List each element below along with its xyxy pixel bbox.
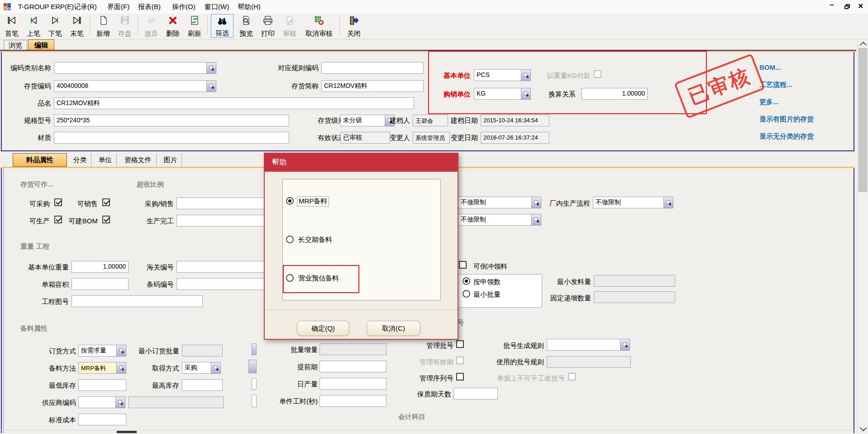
subtab-image[interactable]: 图片 (159, 153, 182, 167)
tab-edit[interactable]: 编辑 (28, 39, 54, 51)
mrp-prep-radio[interactable] (286, 197, 294, 205)
code-category-field[interactable] (54, 62, 207, 74)
drawing-no-field[interactable] (72, 295, 203, 307)
trade-unit-field[interactable]: KG (474, 88, 522, 100)
sales-forecast-prep-label[interactable]: 营业预估备料 (298, 274, 339, 283)
base-unit-weight-field[interactable]: 1.00000 (72, 261, 129, 273)
box-volume-field[interactable] (72, 278, 129, 290)
sales-forecast-prep-radio[interactable] (286, 274, 294, 282)
conversion-field[interactable]: 1.00000 (582, 88, 648, 100)
rule-code-field[interactable] (321, 62, 424, 74)
long-lead-prep-radio[interactable] (286, 236, 294, 243)
ok-button[interactable]: 确定(Q) (297, 321, 349, 336)
link-show-unclassified[interactable]: 显示无分类的存货 (759, 132, 814, 141)
subtab-category[interactable]: 分类 (69, 153, 91, 167)
toolbar-filter-button[interactable]: 筛选 (211, 14, 234, 38)
restriction1-field[interactable]: 不做限制 (458, 197, 532, 208)
order-mode-label: 订货方式 (49, 347, 76, 356)
link-bom[interactable]: BOM... (759, 63, 781, 71)
scroll-up-icon[interactable] (860, 42, 867, 49)
menu-tgroup-erp[interactable]: T-GROUP ERP(E) (18, 3, 74, 10)
max-stock-field[interactable] (182, 379, 223, 391)
dialog-close-icon[interactable]: × (272, 158, 452, 166)
backflush-checkbox[interactable] (459, 261, 467, 269)
supplier-code-field[interactable] (78, 396, 116, 408)
toolbar-preview-button[interactable]: 预览 (236, 14, 256, 38)
daily-output-field[interactable] (320, 378, 386, 390)
spec-field[interactable]: 250*240*35 (54, 115, 289, 126)
menu-help[interactable]: 帮助(H) (238, 3, 261, 11)
tab-browse[interactable]: 浏览 (4, 40, 27, 51)
prep-method-field[interactable]: MRP备料 (78, 362, 117, 374)
supplier-lookup-button[interactable] (115, 396, 125, 408)
order-mode-field[interactable]: 按需求量 (78, 345, 117, 357)
item-code-field[interactable]: 400400008 (54, 80, 207, 92)
restriction2-lookup-button[interactable] (531, 214, 541, 226)
toolbar-prev-button[interactable]: 上笔 (24, 14, 43, 38)
cancel-button[interactable]: 取消(C) (367, 321, 420, 336)
toolbar-close-button[interactable]: 关闭 (343, 14, 365, 38)
item-short-field[interactable]: CR12MOV精料 (321, 80, 424, 92)
toolbar-delete-button[interactable]: 删除 (163, 14, 183, 38)
can-purchase-checkbox[interactable] (54, 198, 62, 206)
manage-serial-checkbox[interactable] (456, 373, 464, 381)
menu-interface[interactable]: 界面(F) (107, 3, 129, 11)
link-process-flow[interactable]: 工艺流程... (759, 81, 792, 89)
factory-flow-lookup-button[interactable] (663, 197, 673, 208)
can-sell-checkbox[interactable] (102, 198, 110, 206)
can-bom-checkbox[interactable] (102, 216, 110, 223)
scrollbar-thumb[interactable] (858, 48, 867, 192)
min-stock-field[interactable] (78, 379, 126, 391)
restore-button[interactable] (844, 4, 850, 9)
item-name-field[interactable]: CR12MOV精料 (54, 97, 414, 109)
help-dialog-titlebar[interactable]: 帮助 × (265, 154, 458, 172)
minimize-button[interactable]: – (830, 0, 834, 10)
long-lead-prep-label[interactable]: 长交期备料 (298, 236, 332, 244)
material-field[interactable] (54, 132, 289, 144)
menu-report[interactable]: 报表(B) (138, 3, 161, 11)
lead-time-field[interactable] (320, 361, 386, 372)
toolbar-first-button[interactable]: 首笔 (2, 14, 22, 38)
mrp-prep-label[interactable]: MRP备料 (297, 196, 329, 207)
menu-window[interactable]: 窗口(W) (205, 3, 229, 11)
vertical-scrollbar[interactable] (857, 40, 868, 433)
level-field[interactable]: 未分级 (340, 115, 386, 126)
base-unit-field[interactable]: PCS (474, 69, 522, 81)
prep-method-lookup-button[interactable] (116, 362, 126, 374)
toolbar-next-button[interactable]: 下笔 (45, 14, 65, 38)
toolbar-new-button[interactable]: 新增 (93, 14, 113, 38)
close-window-button[interactable]: × (858, 1, 863, 11)
std-cost-field[interactable] (78, 414, 126, 425)
acquire-mode-field[interactable]: 采购 (182, 362, 212, 374)
item-code-lookup-button[interactable] (206, 80, 216, 92)
toolbar-cancel-approve-button[interactable]: 取消审核 (301, 14, 337, 38)
batch-rule-field[interactable] (547, 339, 621, 351)
trade-unit-lookup-button[interactable] (521, 88, 531, 100)
toolbar-refresh-button[interactable]: 刷新 (185, 14, 205, 38)
subtab-qualification[interactable]: 资格文件 (119, 153, 157, 167)
scroll-down-icon[interactable] (860, 424, 867, 432)
unit-hours-field[interactable] (320, 395, 386, 407)
restriction1-lookup-button[interactable] (531, 197, 541, 208)
code-category-lookup-button[interactable] (206, 62, 216, 74)
by-request-radio[interactable] (463, 277, 470, 285)
toolbar-print-button[interactable]: 打印 (258, 14, 278, 38)
exit-door-icon (348, 15, 359, 26)
subtab-unit[interactable]: 单位 (94, 153, 117, 167)
subtab-item-attributes[interactable]: 料品属性 (13, 153, 67, 167)
menu-operation[interactable]: 操作(O) (172, 3, 196, 11)
order-mode-lookup-button[interactable] (116, 345, 126, 357)
link-more[interactable]: 更多... (759, 98, 779, 106)
menu-record[interactable]: 记录(R) (74, 3, 97, 11)
manage-batch-checkbox[interactable] (456, 340, 464, 348)
can-produce-checkbox[interactable] (54, 216, 62, 223)
restriction2-field[interactable]: 不做限制 (458, 214, 532, 226)
link-show-with-images[interactable]: 显示有图片的存货 (759, 115, 814, 124)
batch-rule-lookup-button[interactable] (620, 339, 630, 351)
factory-flow-field[interactable]: 不做限制 (593, 197, 664, 208)
min-batch-radio[interactable] (463, 290, 470, 298)
toolbar-last-button[interactable]: 末笔 (67, 14, 87, 38)
base-unit-lookup-button[interactable] (521, 69, 531, 81)
acquire-mode-lookup-button[interactable] (211, 362, 221, 374)
shelf-life-field[interactable] (453, 388, 498, 400)
